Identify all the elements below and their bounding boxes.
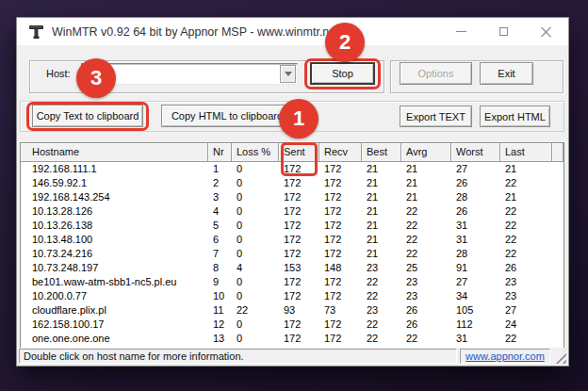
cell-loss: 0 (232, 289, 279, 303)
cell-best: 22 (362, 332, 401, 346)
cell-recv: 172 (319, 289, 362, 303)
cell-last: 22 (500, 219, 552, 233)
annotation-box-copy-text (26, 102, 149, 131)
table-row[interactable]: 192.168.143.254 3 0 172 172 21 21 28 21 (21, 190, 564, 204)
cell-filler (552, 247, 564, 261)
cell-loss: 0 (232, 233, 279, 247)
cell-loss: 0 (232, 219, 279, 233)
cell-filler (552, 176, 564, 190)
host-combobox-dropdown-button[interactable] (280, 65, 296, 83)
cell-recv: 148 (319, 261, 362, 275)
cell-loss: 22 (232, 303, 279, 318)
cell-best: 23 (362, 303, 401, 318)
column-header-last[interactable]: Last (500, 143, 552, 162)
cell-nr: 6 (208, 233, 232, 247)
cell-worst: 27 (451, 162, 500, 176)
cell-worst: 91 (451, 261, 500, 275)
cell-sent: 172 (279, 289, 319, 303)
cell-worst: 28 (451, 247, 500, 261)
export-html-button[interactable]: Export HTML (480, 106, 550, 127)
cell-avrg: 26 (401, 303, 451, 318)
minimize-button[interactable] (440, 18, 482, 45)
options-button[interactable]: Options (400, 62, 472, 85)
cell-best: 21 (362, 247, 401, 261)
cell-recv: 172 (319, 204, 362, 219)
cell-loss: 0 (232, 247, 279, 261)
cell-best: 23 (362, 261, 401, 275)
table-row[interactable]: 10.13.28.126 4 0 172 172 21 22 26 22 (21, 204, 564, 219)
cell-filler (552, 289, 564, 303)
cell-best: 22 (362, 289, 401, 303)
cell-last: 22 (500, 247, 552, 261)
maximize-button[interactable] (482, 18, 525, 45)
cell-recv: 172 (319, 219, 362, 233)
cell-nr: 13 (208, 332, 232, 346)
cell-nr: 10 (208, 289, 232, 303)
cell-worst: 112 (451, 318, 500, 332)
table-row[interactable]: 10.73.24.216 7 0 172 172 21 22 28 22 (21, 247, 564, 261)
cell-last: 26 (500, 261, 552, 275)
cell-hostname: cloudflare.plix.pl (21, 303, 208, 318)
export-text-button[interactable]: Export TEXT (400, 106, 472, 127)
cell-last: 23 (500, 289, 552, 303)
cell-hostname: 10.13.26.138 (21, 219, 208, 233)
copy-html-button[interactable]: Copy HTML to clipboard (161, 105, 293, 127)
cell-avrg: 26 (401, 318, 451, 332)
cell-hostname: 162.158.100.17 (21, 318, 208, 332)
cell-avrg: 22 (401, 247, 451, 261)
cell-worst: 28 (451, 190, 500, 204)
cell-loss: 4 (232, 261, 279, 275)
column-header-nr[interactable]: Nr (208, 143, 232, 162)
cell-loss: 0 (232, 318, 279, 332)
annotation-step-badge-2: 2 (325, 23, 365, 62)
appnor-link[interactable]: www.appnor.com (466, 350, 545, 362)
table-row[interactable]: 162.158.100.17 12 0 172 172 22 26 112 24 (21, 318, 564, 332)
column-header-loss[interactable]: Loss % (232, 143, 279, 162)
cell-loss: 0 (232, 176, 279, 190)
cell-nr: 8 (208, 261, 232, 275)
column-header-recv[interactable]: Recv (319, 143, 362, 162)
column-header-hostname[interactable]: Hostname (21, 143, 208, 162)
table-row[interactable]: 10.13.26.138 5 0 172 172 21 22 31 22 (21, 219, 564, 233)
cell-avrg: 21 (401, 176, 451, 190)
cell-worst: 34 (451, 289, 500, 303)
column-header-avrg[interactable]: Avrg (401, 143, 451, 162)
cell-nr: 7 (208, 247, 232, 261)
annotation-box-stop (304, 58, 381, 90)
cell-last: 22 (500, 204, 552, 219)
cell-recv: 172 (319, 190, 362, 204)
table-row[interactable]: be101.waw-atm-sbb1-nc5.pl.eu 9 0 172 172… (21, 275, 564, 289)
column-header-best[interactable]: Best (362, 143, 401, 162)
table-row[interactable]: 10.200.0.77 10 0 172 172 22 23 34 23 (21, 289, 564, 303)
status-bar: Double click on host name for more infor… (17, 348, 568, 366)
cell-best: 21 (362, 219, 401, 233)
table-row[interactable]: cloudflare.plix.pl 11 22 93 73 23 26 105… (21, 303, 564, 318)
cell-filler (552, 219, 564, 233)
table-row[interactable]: 146.59.92.1 2 0 172 172 21 21 26 22 (21, 176, 564, 190)
cell-best: 21 (362, 204, 401, 219)
cell-loss: 0 (232, 275, 279, 289)
cell-loss: 0 (232, 332, 279, 346)
table-row[interactable]: 10.73.248.197 8 4 153 148 23 25 91 26 (21, 261, 564, 275)
cell-sent: 172 (279, 275, 319, 289)
cell-nr: 5 (208, 219, 232, 233)
cell-loss: 0 (232, 204, 279, 219)
resize-grip-icon[interactable] (553, 349, 566, 364)
column-header-worst[interactable]: Worst (451, 143, 500, 162)
title-bar[interactable]: WinMTR v0.92 64 bit by Appnor MSP - www.… (17, 18, 568, 45)
exit-button[interactable]: Exit (480, 62, 533, 85)
table-row[interactable]: 10.13.48.100 6 0 172 172 21 22 31 22 (21, 233, 564, 247)
cell-nr: 12 (208, 318, 232, 332)
cell-hostname: 10.200.0.77 (21, 289, 208, 303)
cell-recv: 73 (319, 303, 362, 318)
caption-buttons (440, 18, 567, 45)
desktop-background: WinMTR v0.92 64 bit by Appnor MSP - www.… (0, 0, 588, 391)
table-row[interactable]: one.one.one.one 13 0 172 172 22 22 31 22 (21, 332, 564, 346)
close-button[interactable] (525, 18, 567, 45)
cell-worst: 26 (451, 204, 500, 219)
cell-filler (552, 162, 564, 176)
cell-filler (552, 233, 564, 247)
cell-filler (552, 190, 564, 204)
status-link-pane: www.appnor.com (460, 349, 550, 364)
cell-nr: 11 (208, 303, 232, 318)
